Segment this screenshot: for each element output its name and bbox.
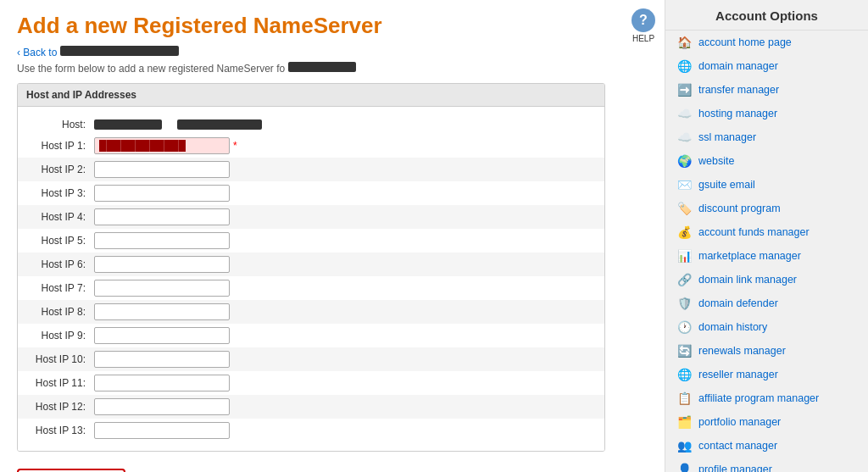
- domain-defender-icon: 🛡️: [676, 296, 693, 311]
- help-button[interactable]: ?: [632, 8, 655, 32]
- host-value2-redact: [177, 119, 262, 130]
- sidebar-item-label-contact-manager: contact manager: [698, 440, 777, 452]
- sidebar-header: Account Options: [665, 0, 868, 31]
- sidebar-item-website[interactable]: 🌍website: [665, 149, 868, 173]
- sidebar-item-account-home-page[interactable]: 🏠account home page: [665, 31, 868, 54]
- sidebar-item-label-website: website: [698, 155, 734, 167]
- ip-input-7[interactable]: [94, 280, 230, 297]
- sidebar-item-label-account-home-page: account home page: [698, 36, 792, 48]
- ip-row-13: Host IP 13:: [18, 419, 604, 442]
- sidebar-item-domain-link-manager[interactable]: 🔗domain link manager: [665, 268, 868, 292]
- ip-label-11: Host IP 11:: [26, 377, 94, 389]
- ip-input-6[interactable]: [94, 256, 230, 273]
- help-area: ? HELP: [622, 0, 665, 43]
- portfolio-manager-icon: 🗂️: [676, 414, 693, 430]
- transfer-manager-icon: ➡️: [676, 82, 693, 97]
- reseller-manager-icon: 🌐: [676, 367, 693, 382]
- ip-label-7: Host IP 7:: [26, 282, 94, 294]
- sidebar: Account Options 🏠account home page🌐domai…: [665, 0, 868, 472]
- sidebar-item-label-domain-link-manager: domain link manager: [698, 274, 797, 286]
- affiliate-program-manager-icon: 📋: [676, 391, 693, 406]
- ip-row-7: Host IP 7:: [18, 276, 604, 300]
- form-section-header: Host and IP Addresses: [18, 84, 604, 107]
- required-star-1: *: [233, 140, 237, 152]
- hosting-manager-icon: ☁️: [676, 106, 693, 121]
- ip-row-2: Host IP 2:: [18, 158, 604, 181]
- ip-rows-container: Host IP 1:*Host IP 2:Host IP 3:Host IP 4…: [18, 134, 604, 442]
- ip-label-2: Host IP 2:: [26, 164, 94, 175]
- sidebar-item-label-ssl-manager: ssl manager: [698, 131, 756, 143]
- ip-row-4: Host IP 4:: [18, 205, 604, 229]
- ip-row-12: Host IP 12:: [18, 395, 604, 419]
- sidebar-item-label-domain-defender: domain defender: [698, 297, 778, 309]
- domain-manager-icon: 🌐: [676, 58, 693, 74]
- sidebar-item-ssl-manager[interactable]: ☁️ssl manager: [665, 125, 868, 149]
- ip-input-5[interactable]: [94, 232, 230, 249]
- ip-label-1: Host IP 1:: [26, 140, 94, 152]
- gsuite-email-icon: ✉️: [676, 177, 693, 192]
- sidebar-item-gsuite-email[interactable]: ✉️gsuite email: [665, 173, 868, 197]
- back-link[interactable]: ‹ Back to: [17, 47, 179, 58]
- ip-input-13[interactable]: [94, 422, 230, 439]
- sidebar-item-affiliate-program-manager[interactable]: 📋affiliate program manager: [665, 386, 868, 410]
- ip-input-4[interactable]: [94, 208, 230, 225]
- ip-row-11: Host IP 11:: [18, 371, 604, 395]
- sidebar-item-reseller-manager[interactable]: 🌐reseller manager: [665, 363, 868, 386]
- ip-label-12: Host IP 12:: [26, 401, 94, 413]
- ip-input-12[interactable]: [94, 398, 230, 415]
- sidebar-item-hosting-manager[interactable]: ☁️hosting manager: [665, 102, 868, 125]
- host-label: Host:: [26, 119, 94, 130]
- page-title: Add a new Registered NameServer: [17, 13, 605, 39]
- submit-wrapper: SUBMIT: [17, 469, 125, 472]
- ip-row-10: Host IP 10:: [18, 347, 604, 371]
- sidebar-item-label-hosting-manager: hosting manager: [698, 108, 777, 119]
- host-value-redact: [94, 119, 162, 130]
- host-row: Host:: [18, 115, 604, 134]
- ip-label-4: Host IP 4:: [26, 211, 94, 223]
- ip-row-6: Host IP 6:: [18, 253, 604, 276]
- sidebar-item-label-domain-history: domain history: [698, 321, 767, 333]
- sidebar-item-renewals-manager[interactable]: 🔄renewals manager: [665, 339, 868, 363]
- ip-label-3: Host IP 3:: [26, 187, 94, 199]
- top-right: ? HELP Account Options 🏠account home pag…: [622, 0, 868, 472]
- sidebar-item-marketplace-manager[interactable]: 📊marketplace manager: [665, 244, 868, 268]
- sidebar-item-discount-program[interactable]: 🏷️discount program: [665, 197, 868, 220]
- ip-row-9: Host IP 9:: [18, 324, 604, 347]
- account-funds-manager-icon: 💰: [676, 225, 693, 240]
- sidebar-item-label-marketplace-manager: marketplace manager: [698, 250, 801, 262]
- ip-row-3: Host IP 3:: [18, 181, 604, 205]
- ip-input-11[interactable]: [94, 375, 230, 391]
- sidebar-item-account-funds-manager[interactable]: 💰account funds manager: [665, 220, 868, 244]
- ip-input-1[interactable]: [94, 137, 230, 154]
- sidebar-item-label-discount-program: discount program: [698, 203, 781, 214]
- contact-manager-icon: 👥: [676, 438, 693, 453]
- sidebar-item-domain-history[interactable]: 🕐domain history: [665, 315, 868, 339]
- main-content: Add a new Registered NameServer ‹ Back t…: [0, 0, 622, 472]
- form-body: Host: Host IP 1:*Host IP 2:Host IP 3:Hos…: [18, 107, 604, 451]
- ip-input-2[interactable]: [94, 161, 230, 178]
- description: Use the form below to add a new register…: [17, 62, 605, 75]
- ip-input-3[interactable]: [94, 185, 230, 202]
- sidebar-item-contact-manager[interactable]: 👥contact manager: [665, 434, 868, 458]
- submit-area: SUBMIT: [17, 464, 605, 472]
- ip-input-8[interactable]: [94, 303, 230, 320]
- domain-history-icon: 🕐: [676, 319, 693, 335]
- ip-label-6: Host IP 6:: [26, 258, 94, 270]
- sidebar-item-domain-defender[interactable]: 🛡️domain defender: [665, 292, 868, 315]
- form-section: Host and IP Addresses Host: Host IP 1:*H…: [17, 83, 605, 452]
- account-home-page-icon: 🏠: [676, 35, 693, 50]
- sidebar-item-portfolio-manager[interactable]: 🗂️portfolio manager: [665, 410, 868, 434]
- ip-input-9[interactable]: [94, 327, 230, 344]
- sidebar-items: 🏠account home page🌐domain manager➡️trans…: [665, 31, 868, 472]
- ip-row-8: Host IP 8:: [18, 300, 604, 324]
- ip-row-5: Host IP 5:: [18, 229, 604, 253]
- ip-label-9: Host IP 9:: [26, 330, 94, 342]
- ip-input-10[interactable]: [94, 351, 230, 368]
- sidebar-item-label-account-funds-manager: account funds manager: [698, 226, 810, 238]
- sidebar-item-profile-manager[interactable]: 👤profile manager: [665, 458, 868, 472]
- sidebar-item-transfer-manager[interactable]: ➡️transfer manager: [665, 78, 868, 102]
- ssl-manager-icon: ☁️: [676, 130, 693, 145]
- ip-row-1: Host IP 1:*: [18, 134, 604, 158]
- sidebar-item-domain-manager[interactable]: 🌐domain manager: [665, 54, 868, 78]
- ip-label-10: Host IP 10:: [26, 353, 94, 365]
